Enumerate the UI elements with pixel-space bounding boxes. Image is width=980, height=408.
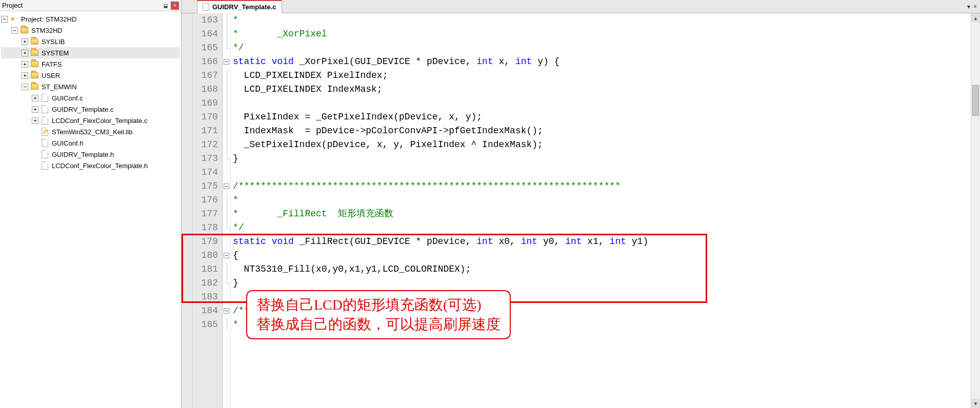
h-file-icon: [41, 139, 49, 147]
line-number: 172: [193, 138, 218, 152]
line-number: 182: [193, 276, 218, 290]
fold-collapse-icon[interactable]: −: [224, 308, 229, 314]
tree-group-user[interactable]: + USER: [1, 70, 180, 81]
tab-dropdown-icon[interactable]: ▾: [967, 3, 970, 10]
callout-line: 替换成自己的函数，可以提高刷屏速度: [256, 315, 501, 334]
tree-label: GUIConf.h: [52, 139, 83, 147]
code-line: *: [231, 13, 971, 27]
expand-icon[interactable]: +: [22, 72, 28, 79]
project-icon: [10, 15, 18, 23]
code-line: [231, 166, 971, 179]
tree-group-stemwin[interactable]: − ST_EMWIN: [1, 81, 180, 92]
annotation-callout: 替换自己LCD的矩形填充函数(可选) 替换成自己的函数，可以提高刷屏速度: [246, 290, 511, 339]
line-number: 168: [193, 83, 218, 96]
expand-icon[interactable]: +: [22, 38, 28, 45]
line-number: 179: [193, 235, 218, 249]
tree-file[interactable]: GUIDRV_Template.h: [1, 149, 180, 160]
line-number: 181: [193, 262, 218, 276]
fold-column: − − − −: [223, 13, 231, 408]
scroll-down-icon[interactable]: ▼: [971, 399, 980, 408]
tab-close-icon[interactable]: ×: [973, 3, 977, 10]
vertical-scrollbar[interactable]: ▲ ▼: [971, 13, 980, 408]
tree-label: SYSLIB: [42, 38, 65, 46]
code-line: LCD_PIXELINDEX IndexMask;: [231, 83, 971, 96]
tree-file[interactable]: LCDConf_FlexColor_Template.h: [1, 160, 180, 171]
tree-project-root[interactable]: − Project: STM32HD: [1, 13, 180, 25]
expand-icon[interactable]: +: [32, 106, 38, 113]
code-line: static void _XorPixel(GUI_DEVICE * pDevi…: [231, 55, 971, 69]
expand-icon[interactable]: +: [32, 95, 38, 101]
tree-file[interactable]: STemWin532_CM3_Keil.lib: [1, 126, 180, 137]
folder-icon: [30, 37, 38, 46]
line-number: 166: [193, 55, 218, 69]
expand-icon[interactable]: +: [22, 61, 28, 68]
code-line: [231, 96, 971, 110]
code-editor[interactable]: * * _XorPixel */ static void _XorPixel(G…: [231, 13, 971, 408]
lib-file-icon: [41, 128, 49, 136]
collapse-icon[interactable]: −: [11, 27, 18, 34]
fold-collapse-icon[interactable]: −: [224, 59, 229, 65]
collapse-icon[interactable]: −: [1, 16, 8, 23]
code-line: */: [231, 221, 971, 235]
tree-target[interactable]: − STM32HD: [1, 25, 180, 36]
line-number: 167: [193, 69, 218, 83]
tree-group-syslib[interactable]: + SYSLIB: [1, 36, 180, 47]
fold-collapse-icon[interactable]: −: [224, 253, 229, 258]
expand-icon[interactable]: +: [22, 50, 28, 56]
code-line: }: [231, 276, 971, 290]
c-file-icon: [41, 105, 49, 113]
tree-group-fatfs[interactable]: + FATFS: [1, 58, 180, 70]
line-number: 173: [193, 152, 218, 166]
code-line: LCD_PIXELINDEX PixelIndex;: [231, 69, 971, 83]
code-line: /***************************************…: [231, 179, 971, 193]
tree-label: SYSTEM: [42, 49, 69, 57]
tree-file[interactable]: + GUIConf.c: [1, 92, 180, 104]
code-line: * _FillRect 矩形填充函数: [231, 207, 971, 221]
tree-label: ST_EMWIN: [42, 83, 77, 91]
expand-icon[interactable]: +: [32, 117, 38, 124]
close-panel-button[interactable]: ×: [171, 2, 179, 10]
scroll-up-icon[interactable]: ▲: [971, 13, 980, 23]
code-line: PixelIndex = _GetPixelIndex(pDevice, x, …: [231, 110, 971, 124]
tree-label: GUIConf.c: [52, 94, 83, 102]
scrollbar-thumb[interactable]: [972, 85, 979, 116]
code-line: IndexMask = pDevice->pColorConvAPI->pfGe…: [231, 124, 971, 138]
project-tree[interactable]: − Project: STM32HD − STM32HD + SYSLIB + …: [0, 11, 181, 173]
tab-bar: GUIDRV_Template.c ▾ ×: [182, 0, 980, 13]
editor-area: GUIDRV_Template.c ▾ × 163 164 165 166 16…: [182, 0, 980, 408]
tree-group-system[interactable]: + SYSTEM: [1, 47, 180, 58]
editor-gutter: [182, 13, 193, 408]
code-line: NT35310_Fill(x0,y0,x1,y1,LCD_COLORINDEX)…: [231, 262, 971, 276]
line-number: 163: [193, 13, 218, 27]
pin-icon[interactable]: ⬓: [162, 2, 170, 10]
line-number: 184: [193, 304, 218, 318]
folder-icon: [30, 49, 38, 57]
tree-file[interactable]: + LCDConf_FlexColor_Template.c: [1, 115, 180, 126]
code-line: static void _FillRect(GUI_DEVICE * pDevi…: [231, 235, 971, 249]
target-icon: [20, 26, 28, 34]
tree-label: FATFS: [42, 60, 62, 68]
code-line: *: [231, 193, 971, 207]
line-number: 164: [193, 27, 218, 41]
code-line: {: [231, 249, 971, 262]
tree-label: STemWin532_CM3_Keil.lib: [52, 128, 133, 136]
panel-header: Project ⬓ ×: [0, 0, 181, 11]
collapse-icon[interactable]: −: [22, 84, 28, 90]
line-number: 176: [193, 193, 218, 207]
panel-title: Project: [2, 2, 23, 9]
tree-label: LCDConf_FlexColor_Template.c: [52, 117, 147, 125]
code-line: _SetPixelIndex(pDevice, x, y, PixelIndex…: [231, 138, 971, 152]
line-number: 183: [193, 290, 218, 304]
tree-file[interactable]: + GUIDRV_Template.c: [1, 104, 180, 115]
tab-active[interactable]: GUIDRV_Template.c: [197, 0, 282, 13]
folder-icon: [30, 60, 38, 68]
project-panel: Project ⬓ × − Project: STM32HD − STM32HD…: [0, 0, 182, 408]
tree-label: LCDConf_FlexColor_Template.h: [52, 162, 148, 170]
folder-icon: [30, 83, 38, 91]
fold-collapse-icon[interactable]: −: [224, 183, 229, 189]
tree-file[interactable]: GUIConf.h: [1, 137, 180, 149]
tree-label: GUIDRV_Template.h: [52, 151, 114, 158]
code-line: }: [231, 152, 971, 166]
tree-label: GUIDRV_Template.c: [52, 106, 113, 113]
code-line: * _XorPixel: [231, 27, 971, 41]
